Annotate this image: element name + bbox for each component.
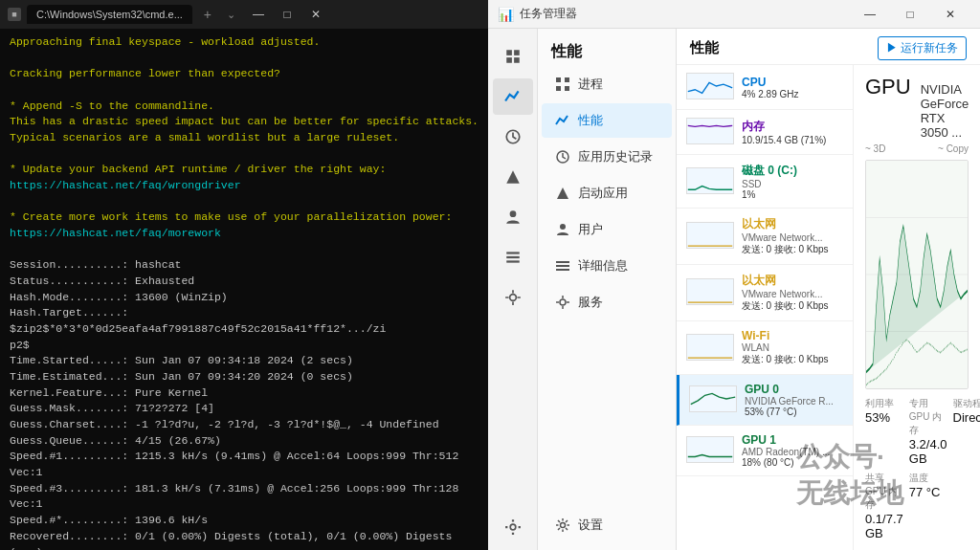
sidebar-item-settings[interactable]	[493, 514, 533, 550]
perf-list-item[interactable]: GPU 0 NVIDIA GeForce R... 53% (77 °C)	[677, 375, 853, 426]
svg-rect-15	[565, 86, 569, 91]
perf-mini-chart	[689, 385, 737, 414]
perf-list-item[interactable]: CPU 4% 2.89 GHz	[677, 65, 853, 110]
nav-item-details[interactable]: 详细信息	[542, 249, 672, 283]
svg-rect-21	[556, 269, 569, 271]
task-sidebar	[488, 29, 538, 550]
nav-item-history[interactable]: 应用历史记录	[542, 140, 672, 174]
cmd-line: This has a drastic speed impact but can …	[10, 114, 479, 130]
perf-stat-label: 共享 GPU 内存	[865, 472, 903, 512]
nav-item-users-label: 用户	[578, 221, 603, 238]
perf-item-name: CPU	[742, 76, 843, 89]
perf-item-val: 发送: 0 接收: 0 Kbps	[742, 243, 843, 256]
perf-stats-grid: 利用率 53% 专用 GPU 内存 3.2/4.0 GB 驱动程序 Direct…	[865, 397, 969, 540]
perf-list: CPU 4% 2.89 GHz 内存 10.9/15.4 GB (71%) 磁盘…	[677, 65, 854, 550]
perf-stat-value: 0.1/7.7 GB	[865, 512, 903, 540]
perf-list-item[interactable]: Wi-Fi WLAN 发送: 0 接收: 0 Kbps	[677, 321, 853, 375]
sidebar-item-history[interactable]	[493, 119, 533, 155]
nav-item-settings[interactable]: 设置	[542, 508, 672, 542]
cmd-line: https://hashcat.net/faq/wrongdriver	[10, 178, 479, 194]
task-main: 性能 ▶ 运行新任务 CPU 4% 2.89 GHz 内存 10.9/15.4 …	[677, 29, 980, 550]
svg-point-23	[561, 523, 566, 528]
cmd-icon: ■	[8, 8, 21, 21]
svg-rect-0	[506, 50, 512, 55]
perf-item-name: 以太网	[742, 216, 843, 232]
chart-label-3d: ~ 3D	[865, 143, 885, 154]
cmd-line: Typical scenarios are a small wordlist b…	[10, 130, 479, 146]
svg-rect-13	[565, 77, 569, 82]
sidebar-item-performance[interactable]	[493, 78, 533, 115]
perf-item-val: 18% (80 °C)	[742, 457, 843, 468]
perf-list-item[interactable]: 以太网 VMware Network... 发送: 0 接收: 0 Kbps	[677, 209, 853, 265]
perf-item-name: 以太网	[742, 273, 843, 289]
perf-stat-value: DirectX	[953, 410, 980, 425]
perf-item-info: 磁盘 0 (C:) SSD 1%	[742, 163, 843, 200]
perf-detail-header: GPU NVIDIA GeForce RTX 3050 ...	[865, 75, 969, 140]
perf-detail: GPU NVIDIA GeForce RTX 3050 ... ~ 3D ~ C…	[854, 65, 980, 550]
perf-item-info: Wi-Fi WLAN 发送: 0 接收: 0 Kbps	[742, 329, 843, 366]
cmd-line: Speed.#1.........: 1215.3 kH/s (9.41ms) …	[10, 449, 479, 480]
cmd-tab[interactable]: C:\Windows\System32\cmd.e...	[27, 5, 192, 24]
cmd-maximize[interactable]: □	[274, 1, 301, 28]
nav-header: 性能	[538, 36, 676, 66]
svg-rect-20	[556, 265, 569, 267]
task-maximize[interactable]: □	[890, 0, 930, 29]
cmd-line: Kernel.Feature...: Pure Kernel	[10, 385, 479, 402]
perf-stat-value: 77 °C	[909, 485, 947, 499]
perf-item-info: GPU 1 AMD Radeon(TM) ... 18% (80 °C)	[742, 433, 843, 468]
nav-item-history-label: 应用历史记录	[578, 148, 653, 165]
cmd-new-tab[interactable]: +	[198, 7, 217, 22]
task-close[interactable]: ✕	[930, 0, 970, 29]
nav-item-startup[interactable]: 启动应用	[542, 176, 672, 210]
sidebar-item-startup[interactable]	[493, 159, 533, 195]
svg-rect-9	[506, 260, 520, 262]
sidebar-item-users[interactable]	[493, 199, 533, 235]
sidebar-item-details[interactable]	[493, 239, 533, 275]
perf-list-item[interactable]: GPU 1 AMD Radeon(TM) ... 18% (80 °C)	[677, 426, 853, 476]
chart-label-copy: ~ Copy	[938, 143, 969, 154]
perf-mini-chart	[686, 222, 734, 251]
svg-marker-17	[557, 187, 568, 199]
sidebar-item-process[interactable]	[493, 38, 533, 75]
svg-point-22	[560, 299, 566, 305]
nav-item-users[interactable]: 用户	[542, 212, 672, 247]
perf-item-name: GPU 0	[745, 383, 843, 396]
task-main-title: 性能	[690, 39, 719, 57]
task-minimize[interactable]: —	[850, 0, 890, 29]
perf-item-sub: SSD	[742, 179, 843, 189]
perf-item-info: 内存 10.9/15.4 GB (71%)	[742, 119, 843, 145]
cmd-tab-arrow[interactable]: ⌄	[223, 9, 239, 21]
perf-body: CPU 4% 2.89 GHz 内存 10.9/15.4 GB (71%) 磁盘…	[677, 65, 980, 550]
cmd-line: Guess.Charset....: -1 ?l?d?u, -2 ?l?d, -…	[10, 417, 479, 433]
perf-stat: 共享 GPU 内存 0.1/7.7 GB	[865, 472, 903, 540]
svg-point-11	[510, 524, 516, 530]
perf-item-val: 53% (77 °C)	[745, 407, 843, 417]
perf-mini-chart	[686, 118, 734, 146]
perf-item-name: 内存	[742, 119, 843, 135]
perf-stat-label: 专用 GPU 内存	[909, 397, 947, 437]
nav-item-services[interactable]: 服务	[542, 285, 672, 319]
sidebar-item-services[interactable]	[493, 279, 533, 316]
perf-list-item[interactable]: 内存 10.9/15.4 GB (71%)	[677, 110, 853, 155]
perf-mini-chart	[686, 278, 734, 307]
cmd-minimize[interactable]: —	[245, 1, 272, 28]
svg-rect-3	[514, 57, 520, 63]
svg-rect-12	[556, 77, 561, 82]
run-new-task-button[interactable]: ▶ 运行新任务	[878, 36, 967, 60]
cmd-line: Speed.#*.........: 1396.6 kH/s	[10, 513, 479, 529]
nav-item-performance[interactable]: 性能	[542, 103, 672, 138]
cmd-line: Status...........: Exhausted	[10, 274, 479, 290]
svg-marker-5	[506, 170, 520, 184]
cmd-close[interactable]: ✕	[302, 1, 329, 28]
perf-mini-chart	[686, 73, 734, 101]
perf-detail-model: NVIDIA GeForce RTX 3050 ...	[921, 82, 969, 140]
perf-stat-value: 53%	[865, 410, 903, 425]
perf-list-item[interactable]: 以太网 VMware Network... 发送: 0 接收: 0 Kbps	[677, 265, 853, 321]
svg-rect-8	[506, 256, 520, 258]
nav-item-process[interactable]: 进程	[542, 67, 672, 101]
perf-list-item[interactable]: 磁盘 0 (C:) SSD 1%	[677, 155, 853, 209]
cmd-line: Hash.Mode........: 13600 (WinZip)	[10, 290, 479, 306]
cmd-line: Session..........: hashcat	[10, 257, 479, 274]
perf-item-info: GPU 0 NVIDIA GeForce R... 53% (77 °C)	[745, 383, 843, 417]
nav-item-details-label: 详细信息	[578, 257, 628, 275]
